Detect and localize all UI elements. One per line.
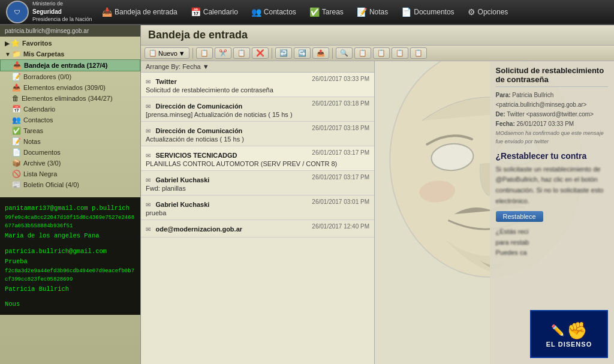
preview-date: Fecha: 26/01/2017 03:33 PM: [496, 119, 608, 129]
note-icon: 📝: [12, 137, 21, 146]
inbox-folder-icon: 📥: [13, 61, 22, 70]
nav-tasks[interactable]: ✅ Tareas: [303, 5, 350, 19]
sidebar-item-myfolders[interactable]: ▼ 📁 Mis Carpetas: [0, 49, 140, 59]
arch-icon: 📦: [12, 159, 21, 167]
folder-icon: 📁: [12, 50, 21, 58]
logo-shield: 🛡: [6, 1, 29, 23]
email-row-2[interactable]: ✉ Dirección de Comunicación 26/01/2017 0…: [141, 122, 374, 146]
nav-options[interactable]: ⚙ Opciones: [462, 5, 514, 19]
drafts-icon: 📝: [12, 73, 21, 81]
email-row-5[interactable]: ✉ Gabriel Kuchaski 26/01/2017 03:01 PM p…: [141, 195, 374, 220]
contacts-icon: 👥: [251, 7, 261, 17]
new-icon: 📋: [149, 49, 157, 57]
nav-notes[interactable]: 📝 Notas: [351, 5, 394, 19]
nav-documents[interactable]: 📄 Documentos: [395, 5, 460, 19]
preview-pane: Solicitud de restablecimiento de contras…: [375, 61, 614, 364]
email-icon-2: ✉: [146, 128, 151, 134]
preview-body5: ¿Estás reci: [496, 227, 608, 237]
email-icon-6: ✉: [146, 226, 151, 233]
logo-text: Ministerio de Seguridad Presidencia de l…: [32, 1, 92, 23]
notes-icon: 📝: [357, 7, 367, 17]
email-row-3[interactable]: ✉ SERVICIOS TECNICADGD 26/01/2017 03:17 …: [141, 146, 374, 171]
main-container: patricia.bullrich@minseg.gob.ar ▶ ⭐ Favo…: [0, 25, 614, 364]
nav-contacts[interactable]: 👥 Contactos: [245, 5, 302, 19]
hack-line2: 99fe9c4ca8cc22047d10f15d8c4369e7527e2468…: [5, 213, 136, 231]
email-icon-0: ✉: [146, 79, 151, 85]
tb-btn-7[interactable]: 📋: [373, 47, 390, 59]
sidebar-item-contacts[interactable]: 👥 Contactos: [0, 115, 140, 125]
sidebar-item-notes[interactable]: 📝 Notas: [0, 136, 140, 147]
sidebar-item-inbox[interactable]: 📥 Bandeja de entrada (127/4): [0, 59, 140, 71]
preview-to: Para: Patricia Bullrich <patricia.bullri…: [496, 91, 608, 110]
email-row-4[interactable]: ✉ Gabriel Kuchaski 26/01/2017 03:17 PM F…: [141, 171, 374, 195]
reply-icon: ↩️: [279, 49, 288, 57]
tb-btn-2[interactable]: ✂️: [215, 47, 231, 59]
cont-icon: 👥: [12, 116, 21, 124]
email-panel: Arrange By: Fecha ▼ ✉ Twitter 26/01/2017…: [141, 61, 614, 364]
email-icon-5: ✉: [146, 201, 151, 208]
expand-icon-2: ▼: [5, 51, 11, 58]
tb-btn-reply[interactable]: ↩️: [275, 47, 292, 59]
sidebar-item-favorites[interactable]: ▶ ⭐ Favoritos: [0, 38, 140, 49]
tb-btn-delete[interactable]: ❌: [252, 47, 269, 59]
preview-body7: Puedes ca: [496, 248, 608, 258]
tb-btn-6[interactable]: 📋: [354, 47, 371, 59]
task-icon: ✅: [12, 127, 21, 135]
email-row-6[interactable]: ✉ ode@modernizacion.gob.ar 26/01/2017 12…: [141, 220, 374, 237]
bolet-icon: 📰: [12, 181, 21, 189]
tb-btn-1[interactable]: 📋: [196, 47, 213, 59]
tb-btn-9[interactable]: 📋: [410, 47, 427, 59]
sidebar-item-archive[interactable]: 📦 Archive (3/0): [0, 158, 140, 169]
nav-menu: 📥 Bandeja de entrada 📅 Calendario 👥 Cont…: [96, 5, 608, 19]
toolbar-separator-2: [272, 48, 272, 59]
doc-icon: 📄: [12, 148, 21, 157]
arrange-bar: Arrange By: Fecha ▼: [141, 61, 374, 73]
preview-confirm: MOdaemon ha confirmado que este mensaje …: [496, 129, 608, 146]
tb-icon-5: 🔍: [340, 49, 348, 57]
toolbar: 📋 Nuevo ▼ 📋 ✂️ 📋 ❌ ↩️ ↪️ 📤 🔍 📋 📋 📋 📋: [141, 46, 614, 61]
email-list: Arrange By: Fecha ▼ ✉ Twitter 26/01/2017…: [141, 61, 375, 364]
options-icon: ⚙: [468, 7, 475, 17]
hack-line6: Prueba: [5, 257, 136, 267]
preview-title: Solicitud de restablecimiento de contras…: [496, 66, 608, 84]
hack-line8: Patricia Bullrich: [5, 284, 136, 294]
delete-icon: ❌: [256, 49, 264, 57]
sidebar-user: patricia.bullrich@minseg.gob.ar: [0, 25, 140, 37]
nav-calendar[interactable]: 📅 Calendario: [185, 5, 244, 19]
sidebar-item-tasks[interactable]: ✅ Tareas: [0, 125, 140, 136]
content-area: Bandeja de entrada 📋 Nuevo ▼ 📋 ✂️ 📋 ❌ ↩️…: [141, 25, 614, 364]
sidebar-item-documents[interactable]: 📄 Documentos: [0, 147, 140, 158]
fist-icon: ✊: [567, 321, 588, 341]
calendar-icon: 📅: [191, 7, 201, 17]
sidebar-item-deleted[interactable]: 🗑 Elementos eliminados (344/27): [0, 93, 140, 104]
tb-btn-8[interactable]: 📋: [392, 47, 408, 59]
tb-btn-send[interactable]: 📤: [312, 47, 329, 59]
preview-body2: @PatoBullrich, haz clic en el botón: [496, 175, 608, 185]
tb-icon-8: 📋: [396, 49, 404, 57]
hack-line3: Maria de los angeles Pana: [5, 231, 136, 241]
sidebar-item-blacklist[interactable]: 🚫 Lista Negra: [0, 169, 140, 179]
tb-icon-7: 📋: [377, 49, 386, 57]
top-header: 🛡 Ministerio de Seguridad Presidencia de…: [0, 0, 614, 25]
preview-from: De: Twitter <password@twitter.com>: [496, 110, 608, 119]
hack-line1: panitamari37@gmail.com p.bullrich: [5, 203, 136, 213]
bottom-logo: ✏️ ✊ EL DISENSO: [530, 310, 608, 358]
tb-btn-forward[interactable]: ↪️: [294, 47, 311, 59]
sidebar-item-boletin[interactable]: 📰 Boletin Oficial (4/0): [0, 179, 140, 190]
tb-btn-3[interactable]: 📋: [233, 47, 250, 59]
sidebar-item-sent[interactable]: 📤 Elementos enviados (309/0): [0, 82, 140, 93]
send-icon: 📤: [317, 49, 325, 57]
preview-body6: para restab: [496, 237, 608, 248]
tb-btn-5[interactable]: 🔍: [336, 47, 353, 59]
email-row-0[interactable]: ✉ Twitter 26/01/2017 03:33 PM Solicitud …: [141, 73, 374, 97]
email-icon-3: ✉: [146, 152, 151, 159]
restore-button[interactable]: Restablece: [496, 211, 543, 222]
sidebar-item-drafts[interactable]: 📝 Borradores (0/0): [0, 71, 140, 82]
preview-heading: ¿Restablecer tu contra: [496, 151, 608, 161]
email-icon-1: ✉: [146, 103, 151, 110]
new-button[interactable]: 📋 Nuevo ▼: [145, 47, 189, 59]
sidebar-item-calendar[interactable]: 📅 Calendario: [0, 104, 140, 115]
favorites-icon: ⭐: [11, 39, 20, 47]
email-row-1[interactable]: ✉ Dirección de Comunicación 26/01/2017 0…: [141, 97, 374, 122]
nav-inbox[interactable]: 📥 Bandeja de entrada: [96, 5, 183, 19]
